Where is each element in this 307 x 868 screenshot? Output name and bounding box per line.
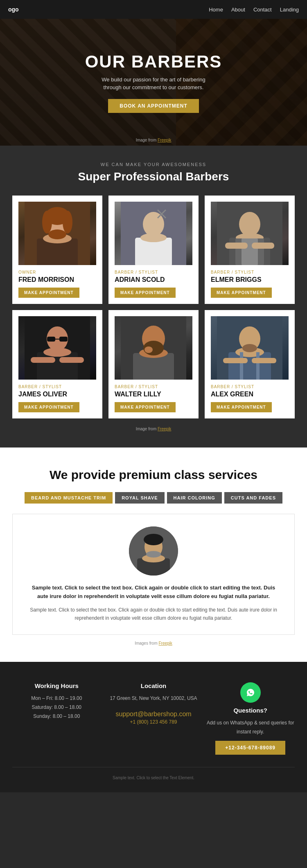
tab-beard-trim[interactable]: BEARD AND MUSTACHE TRIM <box>25 492 113 504</box>
barber-card-3: BARBER / STYLIST ELMER BRIGGS MAKE APPOI… <box>205 196 295 304</box>
footer-questions-title: Questions? <box>206 707 295 714</box>
hero-section: OUR BARBERS We build our passion for the… <box>0 19 307 146</box>
footer-location: Location 17 Green St, New York, NY 10002… <box>109 682 198 754</box>
hero-title: OUR BARBERS <box>85 52 222 72</box>
nav-landing[interactable]: Landing <box>280 7 299 13</box>
tab-hair-coloring[interactable]: HAIR COLORING <box>167 492 222 504</box>
appt-btn-3[interactable]: MAKE APPOINTMENT <box>211 288 272 298</box>
footer-hours-weekday: Mon – Fri: 8.00 – 19.00 <box>12 694 101 703</box>
footer-bottom: Sample text. Click to select the Text El… <box>12 767 295 780</box>
svg-rect-30 <box>31 357 55 363</box>
nav-links: Home About Contact Landing <box>209 7 299 13</box>
svg-point-16 <box>239 212 260 236</box>
appt-btn-2[interactable]: MAKE APPOINTMENT <box>115 288 176 298</box>
tab-royal-shave[interactable]: ROYAL SHAVE <box>115 492 164 504</box>
barbers-section: WE CAN MAKE YOUR AWESOMENESS Super Profe… <box>0 146 307 447</box>
footer-grid: Working Hours Mon – Fri: 8.00 – 19.00 Sa… <box>12 682 295 754</box>
service-image <box>129 526 178 576</box>
services-tabs: BEARD AND MUSTACHE TRIM ROYAL SHAVE HAIR… <box>12 492 295 504</box>
tab-cuts-fades[interactable]: CUTS AND FADES <box>224 492 282 504</box>
barber-role-5: BARBER / STYLIST <box>115 385 192 389</box>
footer: Working Hours Mon – Fri: 8.00 – 19.00 Sa… <box>0 662 307 792</box>
svg-rect-45 <box>223 358 248 363</box>
svg-rect-21 <box>225 243 248 249</box>
barber-photo-2 <box>115 202 192 265</box>
barber-card-1: OWNER FRED MORRISON MAKE APPOINTMENT <box>12 196 102 304</box>
footer-hours: Working Hours Mon – Fri: 8.00 – 19.00 Sa… <box>12 682 101 754</box>
footer-phone: +1 (800) 123 456 789 <box>109 718 198 727</box>
services-credit: Images from Freepik <box>12 641 295 645</box>
footer-email[interactable]: support@barbershop.com <box>115 711 191 717</box>
barber-photo-5 <box>115 316 192 380</box>
svg-point-52 <box>146 551 161 558</box>
svg-point-8 <box>48 229 66 239</box>
svg-point-6 <box>42 211 52 234</box>
svg-point-51 <box>144 534 163 545</box>
barber-name-5: WALTER LILLY <box>115 391 192 398</box>
barber-card-4: BARBER / STYLIST JAMES OLIVER MAKE APPOI… <box>12 310 102 418</box>
nav-home[interactable]: Home <box>209 7 223 13</box>
barber-role-4: BARBER / STYLIST <box>18 385 96 389</box>
nav-contact[interactable]: Contact <box>253 7 272 13</box>
barber-role-2: BARBER / STYLIST <box>115 270 192 274</box>
barber-name-6: ALEX GREEN <box>211 391 289 398</box>
svg-point-10 <box>143 212 164 236</box>
svg-rect-28 <box>59 337 68 342</box>
svg-rect-22 <box>252 243 274 249</box>
appt-btn-5[interactable]: MAKE APPOINTMENT <box>115 402 176 412</box>
services-section: We provide premium class services BEARD … <box>0 447 307 662</box>
barber-role-6: BARBER / STYLIST <box>211 385 289 389</box>
whatsapp-icon[interactable] <box>240 682 261 703</box>
footer-hours-saturday: Saturday: 8.00 – 18.00 <box>12 703 101 712</box>
svg-point-26 <box>43 348 71 357</box>
barber-name-3: ELMER BRIGGS <box>211 276 289 283</box>
svg-point-37 <box>144 346 153 353</box>
barber-photo-6 <box>211 316 289 380</box>
svg-rect-20 <box>242 238 258 265</box>
barbers-credit: Image from Freepik <box>12 427 295 431</box>
barber-role-3: BARBER / STYLIST <box>211 270 289 274</box>
barber-photo-1 <box>18 202 96 265</box>
barber-name-4: JAMES OLIVER <box>18 391 96 398</box>
barber-card-6: BARBER / STYLIST ALEX GREEN MAKE APPOINT… <box>205 310 295 418</box>
logo: ogo <box>8 6 19 13</box>
hero-subtitle: We build our passion for the art of barb… <box>92 76 215 92</box>
services-title: We provide premium class services <box>12 468 295 482</box>
footer-location-title: Location <box>109 682 198 689</box>
barber-photo-3 <box>211 202 289 265</box>
footer-address: 17 Green St, New York, NY 10002, USA <box>109 694 198 703</box>
svg-point-7 <box>63 211 72 234</box>
svg-point-12 <box>140 233 167 242</box>
svg-rect-31 <box>59 357 84 363</box>
appt-btn-6[interactable]: MAKE APPOINTMENT <box>211 402 272 412</box>
service-text-normal: Sample text. Click to select the text bo… <box>29 606 278 623</box>
footer-bottom-text: Sample text. Click to select the Text El… <box>113 776 194 780</box>
barber-card-2: BARBER / STYLIST ADRIAN SCOLD MAKE APPOI… <box>108 196 199 304</box>
barber-name-1: FRED MORRISON <box>18 276 96 283</box>
barbers-subtitle: WE CAN MAKE YOUR AWESOMENESS <box>12 162 295 167</box>
barbers-title: Super Professional Barbers <box>12 170 295 183</box>
footer-hours-title: Working Hours <box>12 682 101 689</box>
svg-point-44 <box>242 344 257 352</box>
nav-about[interactable]: About <box>231 7 245 13</box>
barber-card-5: BARBER / STYLIST WALTER LILLY MAKE APPOI… <box>108 310 199 418</box>
barber-name-2: ADRIAN SCOLD <box>115 276 192 283</box>
footer-cta-button[interactable]: +12-345-678-89089 <box>215 741 285 755</box>
barbers-grid: OWNER FRED MORRISON MAKE APPOINTMENT BAR… <box>12 196 295 418</box>
footer-questions-text: Add us on WhatsApp & send queries for in… <box>206 719 295 736</box>
footer-whatsapp: Questions? Add us on WhatsApp & send que… <box>206 682 295 754</box>
navbar: ogo Home About Contact Landing <box>0 0 307 19</box>
appt-btn-4[interactable]: MAKE APPOINTMENT <box>18 402 79 412</box>
service-text-bold: Sample text. Click to select the text bo… <box>29 584 278 601</box>
service-content: Sample text. Click to select the text bo… <box>12 514 295 635</box>
barber-photo-4 <box>18 316 96 380</box>
svg-rect-27 <box>47 337 55 342</box>
footer-hours-sunday: Sunday: 8.00 – 18.00 <box>12 712 101 721</box>
barber-role-1: OWNER <box>18 270 96 274</box>
appt-btn-1[interactable]: MAKE APPOINTMENT <box>18 288 79 298</box>
svg-rect-46 <box>252 358 276 363</box>
book-appointment-button[interactable]: BOOK AN APPOINTMENT <box>108 99 199 113</box>
hero-credit: Image from Freepik <box>136 138 172 142</box>
